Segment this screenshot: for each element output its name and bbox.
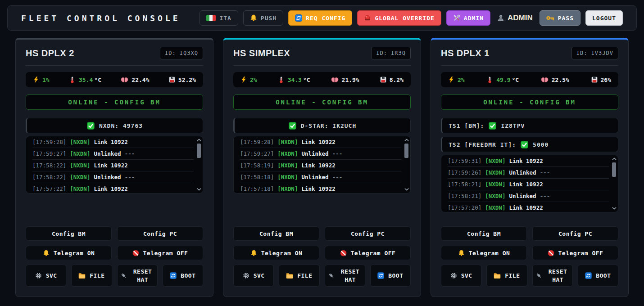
log-entry: [17:59:26] [NXDN] Unlinked --- <box>448 167 609 179</box>
utility-button-row: SVC FILE RESET HAT BOOT <box>441 265 618 287</box>
scroll-up-button[interactable] <box>612 156 617 162</box>
no-entry-icon <box>340 250 347 256</box>
plug-icon <box>120 272 127 279</box>
thermometer-icon <box>69 76 76 83</box>
chevron-down-icon <box>196 188 202 191</box>
log-tag: [NXDN] <box>70 139 90 145</box>
check-icon <box>521 141 528 148</box>
boot-button[interactable]: BOOT <box>578 265 618 287</box>
req-config-button[interactable]: REQ CONFIG <box>288 10 352 26</box>
card-actions: Config BM Config PC Telegram ON Telegram… <box>233 226 411 287</box>
admin-button[interactable]: ADMIN <box>446 10 490 26</box>
link-status-box: D-STAR: IK2UCH <box>233 118 411 133</box>
log-time: [17:59:31] <box>448 158 481 164</box>
scrollbar-track[interactable] <box>197 143 201 187</box>
user-menu[interactable]: ADMIN <box>495 14 535 22</box>
telegram-off-button[interactable]: Telegram OFF <box>117 246 203 260</box>
log-scrollbar[interactable] <box>611 156 617 211</box>
scrollbar-thumb[interactable] <box>197 144 201 158</box>
telegram-off-button[interactable]: Telegram OFF <box>325 246 411 260</box>
config-bm-button[interactable]: Config BM <box>26 226 112 241</box>
power-stat: 2% <box>240 76 257 83</box>
device-card: HS SIMPLEX ID: IR3Q 2% 34.3°C 21.9% 8.2%… <box>223 38 421 297</box>
log-time: [17:59:27] <box>32 150 66 157</box>
scroll-down-button[interactable] <box>612 206 617 211</box>
svc-button[interactable]: SVC <box>233 265 274 287</box>
link-label: TS2 [FREEDMR IT]: <box>449 141 516 148</box>
log-message: Unlinked <box>509 193 536 199</box>
config-pc-button[interactable]: Config PC <box>325 226 411 241</box>
file-button[interactable]: FILE <box>279 265 319 287</box>
config-bm-button[interactable]: Config BM <box>441 226 527 241</box>
log-tag: [NXDN] <box>485 169 505 176</box>
scrollbar-track[interactable] <box>404 143 408 187</box>
no-entry-icon <box>548 250 554 256</box>
log-panel[interactable]: [17:59:31] [NXDN] Link 10922 [17:59:26] … <box>441 155 618 212</box>
reset-hat-button[interactable]: RESET HAT <box>532 265 573 287</box>
language-button[interactable]: ITA <box>200 10 238 26</box>
scroll-down-button[interactable] <box>404 187 409 192</box>
config-pc-button[interactable]: Config PC <box>117 226 203 241</box>
gear-icon <box>243 272 249 279</box>
config-bm-button[interactable]: Config BM <box>233 226 319 241</box>
pass-button[interactable]: PASS <box>540 10 581 26</box>
no-entry-icon <box>132 250 139 256</box>
boot-button[interactable]: BOOT <box>163 265 203 287</box>
scroll-up-button[interactable] <box>404 137 409 143</box>
scroll-down-button[interactable] <box>196 187 202 192</box>
key-icon <box>546 15 554 21</box>
device-id-badge: ID: IQ3XQ <box>160 47 203 59</box>
logout-button[interactable]: LOGOUT <box>585 10 623 26</box>
boot-button[interactable]: BOOT <box>370 265 411 287</box>
file-button[interactable]: FILE <box>486 265 527 287</box>
log-message: Unlinked <box>94 174 121 180</box>
scrollbar-thumb[interactable] <box>404 144 408 158</box>
card-header: HS DPLX 2 ID: IQ3XQ <box>26 47 203 59</box>
log-message-dim: --- <box>332 150 343 157</box>
telegram-on-button[interactable]: Telegram ON <box>26 246 112 260</box>
config-button-row: Config BM Config PC <box>26 226 203 241</box>
svc-button[interactable]: SVC <box>441 265 481 287</box>
divider <box>441 65 618 66</box>
log-message: Link 10922 <box>94 139 127 145</box>
scrollbar-track[interactable] <box>612 162 616 206</box>
hammer-wrench-icon <box>453 14 460 22</box>
chevron-up-icon <box>196 138 202 142</box>
telegram-on-button[interactable]: Telegram ON <box>233 246 319 260</box>
log-scrollbar[interactable] <box>196 137 202 192</box>
reset-hat-button[interactable]: RESET HAT <box>117 265 158 287</box>
config-pc-button[interactable]: Config PC <box>532 226 618 241</box>
divider <box>26 65 203 66</box>
log-message: Link 10922 <box>301 185 335 192</box>
cpu-stat: 22.4% <box>121 76 149 83</box>
stats-bar: 1% 35.4°C 22.4% 52.2% <box>26 72 203 87</box>
log-panel[interactable]: [17:59:28] [NXDN] Link 10922 [17:59:27] … <box>26 136 203 194</box>
status-badge: ONLINE - CONFIG BM <box>441 94 618 110</box>
global-override-button[interactable]: GLOBAL OVERRIDE <box>357 10 441 26</box>
log-time: [17:59:27] <box>240 150 274 157</box>
telegram-on-button[interactable]: Telegram ON <box>441 246 527 260</box>
user-label: ADMIN <box>508 14 533 22</box>
log-scrollbar[interactable] <box>404 137 409 192</box>
reset-hat-button[interactable]: RESET HAT <box>325 265 365 287</box>
svc-button[interactable]: SVC <box>26 265 66 287</box>
log-message: Link 10922 <box>94 185 127 192</box>
status-badge: ONLINE - CONFIG BM <box>26 94 203 110</box>
scroll-up-button[interactable] <box>196 137 202 143</box>
link-status-box: TS2 [FREEDMR IT]: 5000 <box>441 137 618 152</box>
scrollbar-thumb[interactable] <box>612 162 616 177</box>
log-panel[interactable]: [17:59:28] [NXDN] Link 10922 [17:59:27] … <box>233 136 411 194</box>
log-message-dim: --- <box>540 169 550 176</box>
thermometer-icon <box>486 76 493 83</box>
device-id-badge: ID: IR3Q <box>371 47 411 59</box>
push-button[interactable]: PUSH <box>243 10 283 26</box>
log-tag: [NXDN] <box>277 185 298 192</box>
telegram-off-button[interactable]: Telegram OFF <box>532 246 618 260</box>
log-entry: [17:59:27] [NXDN] Unlinked --- <box>240 148 401 160</box>
file-button[interactable]: FILE <box>71 265 112 287</box>
top-bar-actions: ITA PUSH REQ CONFIG GLOBAL OVERRIDE ADMI… <box>200 10 623 26</box>
log-entry: [17:59:31] [NXDN] Link 10922 <box>448 155 609 167</box>
divider <box>233 65 411 66</box>
log-time: [17:58:19] <box>240 162 274 169</box>
temperature-stat: 49.9°C <box>486 76 519 83</box>
